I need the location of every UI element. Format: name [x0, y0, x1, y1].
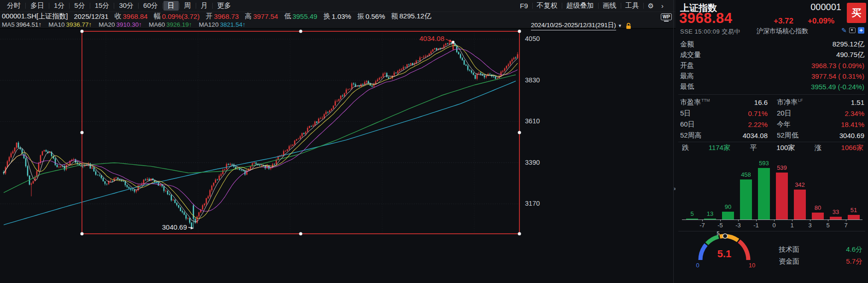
- sentiment-gauge: 55.1010: [679, 230, 776, 282]
- divider: [212, 3, 213, 9]
- hist-bar-value: 458: [737, 171, 755, 178]
- capital-score: 5.7分: [846, 257, 862, 266]
- hist-bar: [740, 179, 752, 219]
- ma10-field: MA103936.77↑: [48, 21, 92, 28]
- price-axis-label: 3610: [525, 117, 546, 125]
- divider: [562, 3, 562, 9]
- symbol-label[interactable]: 000001.SH[上证指数]: [2, 12, 68, 21]
- f9-button[interactable]: F9: [516, 1, 532, 10]
- tab-minute[interactable]: 分时: [3, 1, 25, 11]
- technical-score: 4.6分: [846, 245, 862, 254]
- lock-icon[interactable]: [625, 23, 632, 29]
- toolbar-expand-chevron-icon[interactable]: ›: [658, 1, 667, 10]
- divider: [643, 3, 644, 9]
- gauge-mid-label: 5: [717, 231, 720, 236]
- wp-tool-icon[interactable]: WP: [660, 12, 672, 22]
- divider: [678, 142, 865, 142]
- hist-bar: [848, 215, 860, 219]
- divider: [69, 3, 70, 9]
- tab-daily-active[interactable]: 日: [163, 1, 179, 11]
- divider: [179, 3, 180, 9]
- hist-bar-value: 90: [719, 203, 737, 210]
- hist-axis-label: 0: [767, 222, 781, 229]
- index-tag[interactable]: 沪深市场核心指数: [757, 27, 808, 35]
- tab-more[interactable]: 更多: [213, 1, 235, 11]
- hist-bar: [758, 168, 770, 219]
- gauge-knob: [723, 234, 728, 238]
- draw-line-button[interactable]: 画线: [599, 1, 620, 11]
- selection-handle: [518, 131, 521, 134]
- tab-1min[interactable]: 1分: [50, 1, 69, 11]
- divider: [196, 3, 196, 9]
- low-annotation: 3040.69: [162, 223, 187, 231]
- super-overlay-button[interactable]: 超级叠加: [563, 1, 598, 11]
- stat-row-amount: 金额8295.12亿: [680, 40, 864, 49]
- selection-handle: [518, 30, 521, 33]
- price-axis-label: 4050: [525, 35, 546, 42]
- price-change: +3.72: [774, 17, 793, 26]
- hist-bar-value: 51: [845, 207, 863, 214]
- tab-multiday[interactable]: 多日: [26, 1, 48, 11]
- board-icon[interactable]: [849, 28, 856, 33]
- tab-60min[interactable]: 60分: [139, 1, 162, 11]
- ma20-field: MA203910.30↑: [99, 21, 142, 28]
- market-status: SSE 15:00:09 交易中: [680, 28, 740, 36]
- divider: [138, 3, 139, 9]
- hist-bar-value: 33: [827, 208, 845, 215]
- chevron-down-icon: ▼: [618, 23, 622, 28]
- stat-row-high: 最高3977.54 ( 0.31%): [680, 71, 864, 81]
- ma60-field: MA603926.19↑: [149, 21, 192, 28]
- hist-axis-label: 5: [821, 222, 835, 229]
- hist-bar-value: 13: [701, 210, 719, 217]
- turnover-field: 换1.03%: [323, 12, 351, 21]
- technical-score-row: 技术面 4.6分: [779, 245, 862, 254]
- buy-button[interactable]: 买: [847, 3, 866, 23]
- hist-axis-label: -5: [713, 222, 727, 229]
- hist-bar: [722, 212, 734, 219]
- divider: [621, 3, 621, 9]
- quote-panel: 上证指数 000001 买 3968.84 +3.72 +0.09% SSE 1…: [676, 0, 868, 283]
- tab-5min[interactable]: 5分: [70, 1, 89, 11]
- selection-handle: [81, 131, 84, 134]
- divider: [49, 3, 49, 9]
- candlestick-chart-canvas[interactable]: 4034.083040.69: [0, 29, 521, 283]
- tab-15min[interactable]: 15分: [91, 1, 114, 11]
- hist-bar-value: 80: [809, 204, 827, 211]
- hist-bar: [776, 173, 788, 219]
- price-axis-label: 3170: [525, 200, 546, 207]
- date-range-control[interactable]: 2024/10/25-2025/12/31(291日) ▼: [531, 21, 632, 30]
- hist-bar: [812, 213, 824, 219]
- adjust-mode-button[interactable]: 不复权: [533, 1, 561, 11]
- last-price: 3968.84: [679, 10, 733, 27]
- close-field: 收3968.84: [114, 12, 147, 21]
- divider: [25, 3, 26, 9]
- low-field: 低3955.49: [284, 12, 317, 21]
- hist-axis-label: 1: [785, 222, 799, 229]
- panel-action-icons: ✎ ＋: [841, 27, 864, 34]
- high-annotation: 4034.08: [419, 35, 444, 42]
- stat-row-low: 最低3955.49 (-0.24%): [680, 82, 864, 91]
- tools-button[interactable]: 工具: [622, 1, 643, 11]
- selection-handle: [81, 232, 84, 236]
- decliners-count: 1174家: [709, 144, 730, 152]
- stat-row-open: 开盘3968.73 ( 0.09%): [680, 61, 864, 70]
- add-icon[interactable]: ＋: [858, 27, 864, 34]
- amplitude-field: 振0.56%: [357, 12, 385, 21]
- price-change-pct: +0.09%: [808, 17, 834, 26]
- gauge-max-label: 10: [749, 262, 755, 269]
- tab-weekly[interactable]: 周: [180, 1, 195, 11]
- unchanged-count: 100家: [776, 144, 795, 152]
- edit-pencil-icon[interactable]: ✎: [841, 27, 847, 34]
- open-field: 开3968.73: [205, 12, 239, 21]
- hist-axis-label: 7: [839, 222, 853, 229]
- tab-30min[interactable]: 30分: [115, 1, 138, 11]
- gauge-min-label: 0: [696, 262, 699, 269]
- hist-bar: [794, 190, 806, 219]
- date-range-text: 2024/10/25-2025/12/31(291日): [531, 21, 616, 30]
- gear-icon[interactable]: ⚙: [644, 1, 658, 11]
- hist-axis-label: 3: [803, 222, 817, 229]
- tab-monthly[interactable]: 月: [197, 1, 212, 11]
- divider: [114, 3, 114, 9]
- hist-bar-value: 539: [773, 164, 791, 171]
- advancers-count: 1066家: [841, 144, 863, 152]
